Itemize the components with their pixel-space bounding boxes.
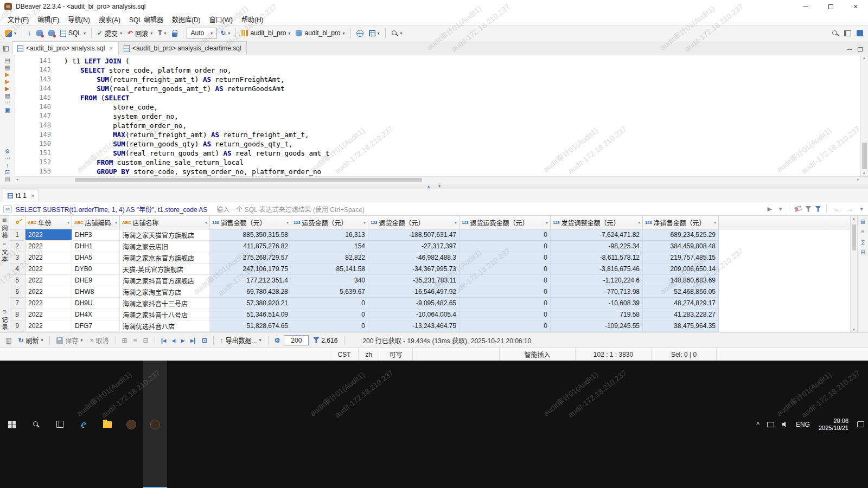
- copy-source-icon[interactable]: ⊡: [0, 169, 15, 176]
- cell[interactable]: 0: [291, 298, 368, 309]
- row-number[interactable]: 5: [9, 275, 25, 286]
- cell[interactable]: 51,828,674.65: [210, 320, 291, 332]
- column-filter-icon[interactable]: ▾: [638, 220, 640, 225]
- menu-item-1[interactable]: 文件(F): [3, 14, 33, 25]
- action-center-icon[interactable]: [853, 361, 868, 488]
- column-filter-icon[interactable]: ▾: [714, 220, 716, 225]
- cell[interactable]: 海澜之家淘宝官方店: [120, 286, 210, 298]
- selected-cell[interactable]: 2022: [25, 229, 72, 241]
- panels-toggle-icon[interactable]: ▥: [3, 337, 14, 344]
- commit-button[interactable]: ✓提交▾: [95, 28, 124, 39]
- task-view-button[interactable]: [48, 361, 72, 488]
- cancel-result-button[interactable]: ×取消: [87, 335, 111, 346]
- column-header-4[interactable]: 123销售金额（元）▾: [210, 216, 291, 229]
- refresh-result-button[interactable]: ↻刷新▾: [15, 335, 46, 346]
- search-menu-button[interactable]: ▾: [389, 29, 405, 38]
- chevron-down-icon[interactable]: ▾: [164, 31, 167, 36]
- duplicate-row-icon[interactable]: ≡: [131, 337, 139, 344]
- cell[interactable]: -35,231,783.11: [368, 275, 459, 286]
- minimize-editor-icon[interactable]: [847, 49, 852, 50]
- chevron-down-icon[interactable]: ▾: [41, 338, 43, 343]
- scroll-down-icon[interactable]: ▾: [853, 328, 855, 332]
- cell[interactable]: -16,546,497.92: [368, 286, 459, 298]
- filter-placeholder[interactable]: 输入一个 SQL 表达式来过滤结果 (使用 Ctrl+Space): [216, 204, 365, 214]
- console-icon[interactable]: ▣: [0, 106, 15, 113]
- refresh-button[interactable]: ↻▾: [218, 28, 232, 38]
- clear-filter-icon[interactable]: [795, 206, 802, 211]
- row-number[interactable]: 3: [9, 252, 25, 264]
- insert-mode-indicator[interactable]: 智能插入: [499, 348, 575, 361]
- scroll-left-icon[interactable]: ◂: [16, 177, 18, 182]
- cell[interactable]: 海澜优选抖音八店: [120, 320, 210, 332]
- cell[interactable]: -10,064,005.4: [368, 309, 459, 320]
- cell[interactable]: 0: [291, 309, 368, 320]
- cell[interactable]: 2022: [25, 252, 72, 264]
- cell[interactable]: -7,624,471.82: [551, 229, 643, 241]
- cell[interactable]: DH4X: [72, 309, 120, 320]
- chevron-down-icon[interactable]: ▾: [228, 31, 230, 36]
- row-count-button[interactable]: 2,616: [310, 336, 340, 345]
- cell[interactable]: 海澜之家抖音十八号店: [120, 309, 210, 320]
- row-number[interactable]: 2: [9, 241, 25, 252]
- cell[interactable]: 219,757,485.15: [643, 252, 719, 264]
- chevron-down-icon[interactable]: ▾: [858, 206, 865, 213]
- export-data-button[interactable]: ↑导出数据...▾: [218, 335, 264, 346]
- tray-clock[interactable]: 20:06 2025/10/21: [814, 418, 853, 432]
- cell[interactable]: -188,507,631.47: [368, 229, 459, 241]
- cell[interactable]: 41,283,228.27: [643, 309, 719, 320]
- writable-indicator[interactable]: 可写: [379, 348, 412, 361]
- transaction-mode-button[interactable]: T▾: [156, 28, 168, 38]
- caret-position[interactable]: 102 : 1 : 3830: [575, 348, 651, 361]
- cell[interactable]: -27,317,397: [368, 241, 459, 252]
- chevron-down-icon[interactable]: ▾: [378, 31, 380, 36]
- cell[interactable]: 2022: [25, 275, 72, 286]
- references-panel-icon[interactable]: ⊞: [860, 249, 865, 255]
- column-filter-icon[interactable]: ▾: [363, 220, 366, 225]
- cell[interactable]: 海澜之家云店旧: [120, 241, 210, 252]
- sync-connection-button[interactable]: [34, 29, 45, 37]
- new-sql-editor-button[interactable]: ▾: [3, 29, 18, 38]
- chevron-down-icon[interactable]: ▾: [14, 31, 16, 36]
- column-filter-icon[interactable]: ▾: [205, 220, 207, 225]
- column-filter-icon[interactable]: ▾: [286, 220, 289, 225]
- cell[interactable]: -13,243,464.75: [368, 320, 459, 332]
- cell[interactable]: 0: [459, 298, 551, 309]
- chevron-down-icon[interactable]: ▾: [288, 31, 290, 36]
- column-header-7[interactable]: 123退货运费金额（元）▾: [459, 216, 551, 229]
- cell[interactable]: 2022: [25, 320, 72, 332]
- history-back-icon[interactable]: ←: [832, 206, 841, 212]
- minimize-button[interactable]: [793, 0, 818, 13]
- cell[interactable]: -98,225.34: [551, 241, 643, 252]
- cell[interactable]: DH9U: [72, 298, 120, 309]
- cell[interactable]: 0: [459, 264, 551, 275]
- data-transfer-button[interactable]: [354, 29, 366, 38]
- fetch-size-input[interactable]: 200: [284, 335, 309, 345]
- chevron-down-icon[interactable]: ▾: [210, 31, 213, 36]
- grid-presentation-icon[interactable]: ▦: [2, 217, 7, 223]
- cell[interactable]: -109,245.55: [551, 320, 643, 332]
- column-filter-icon[interactable]: ▾: [67, 220, 69, 225]
- row-number[interactable]: 4: [9, 264, 25, 275]
- gear-icon[interactable]: ⚙: [272, 337, 283, 344]
- cell[interactable]: -8,611,578.12: [551, 252, 643, 264]
- cell[interactable]: 海澜之家天猫官方旗舰店: [120, 229, 210, 241]
- column-header-2[interactable]: ABC店铺编码▾: [72, 216, 120, 229]
- column-filter-icon[interactable]: ▾: [455, 220, 457, 225]
- cell[interactable]: 719.58: [551, 309, 643, 320]
- cell[interactable]: 154: [291, 241, 368, 252]
- start-button[interactable]: [0, 361, 24, 488]
- editor-tab-1[interactable]: <audit_bi_pro> analysis.sql×: [12, 41, 118, 55]
- cell[interactable]: 0: [459, 286, 551, 298]
- menu-item-6[interactable]: 数据库(D): [168, 14, 205, 25]
- editor-vscrollbar[interactable]: ▴ ▾: [860, 55, 868, 176]
- chevron-down-icon[interactable]: ▾: [80, 338, 82, 343]
- cell[interactable]: -3,816,675.46: [551, 264, 643, 275]
- cell[interactable]: 海澜之家京东官方旗舰店: [120, 252, 210, 264]
- open-view-button[interactable]: [854, 29, 865, 37]
- column-header-8[interactable]: 123发货调整金额（元）▾: [551, 216, 643, 229]
- explain-plan-icon[interactable]: ▶: [0, 85, 15, 92]
- tab-close-icon[interactable]: ×: [109, 45, 112, 52]
- quick-search-button[interactable]: [829, 29, 841, 38]
- commit-mode-combo[interactable]: Auto▾: [187, 28, 218, 38]
- restore-panel-icon[interactable]: [3, 46, 9, 52]
